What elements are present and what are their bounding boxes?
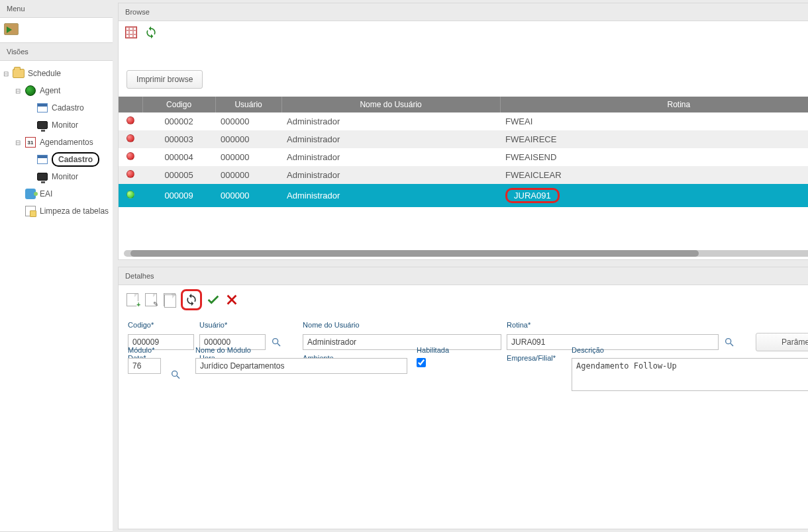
tree-item-label: Cadastro — [52, 103, 84, 112]
svg-point-0 — [273, 339, 278, 344]
grid-row[interactable]: 000003000000AdministradorFWEAIRECE — [119, 130, 808, 148]
details-title: Detalhes — [119, 267, 808, 285]
habilitada-checkbox[interactable] — [417, 358, 426, 367]
tree-item-agent-monitor[interactable]: Monitor — [0, 116, 113, 134]
grid-icon — [36, 153, 49, 166]
tree-item-limpeza[interactable]: Limpeza de tabelas — [0, 202, 113, 220]
grid-row[interactable]: 000004000000AdministradorFWEAISEND — [119, 148, 808, 166]
status-dot-icon — [126, 170, 134, 178]
grid-icon — [36, 101, 49, 114]
grid-col-1[interactable]: Codigo — [142, 97, 215, 112]
tree-item-label: Schedule — [28, 69, 61, 78]
refresh-icon[interactable] — [144, 25, 158, 40]
status-dot-icon — [126, 152, 134, 160]
tree-item-label: Cadastro — [52, 152, 99, 167]
tree-item-label: Monitor — [52, 172, 78, 181]
rotina-callout: JURA091 — [505, 188, 560, 203]
svg-point-4 — [172, 371, 177, 377]
tree-item-agendamentos[interactable]: ⊟Agendamentos — [0, 134, 113, 151]
copy-record-icon[interactable] — [162, 292, 177, 307]
tree-item-agent[interactable]: ⊟Agent — [0, 82, 113, 99]
grid-row[interactable]: 000009000000AdministradorJURA091 — [119, 184, 808, 207]
refresh-record-highlight — [181, 289, 202, 310]
tree-item-schedule[interactable]: ⊟Schedule — [0, 65, 113, 82]
modulo-field[interactable] — [128, 358, 161, 374]
tree-item-eai[interactable]: EAI — [0, 185, 113, 202]
new-record-icon[interactable] — [125, 292, 140, 307]
label-rotina: Rotina* — [507, 321, 750, 330]
tree-item-label: Agent — [40, 86, 60, 95]
visoes-panel-title: Visões — [0, 43, 113, 61]
edit-record-icon[interactable] — [144, 292, 158, 307]
calendar-icon — [24, 136, 37, 149]
grid-col-2[interactable]: Usuário — [215, 97, 281, 112]
grid-row[interactable]: 000002000000AdministradorFWEAI — [119, 112, 808, 130]
folder-icon — [12, 67, 25, 80]
status-dot-icon — [126, 191, 134, 199]
horizontal-scrollbar[interactable] — [119, 249, 808, 259]
tree-item-label: Limpeza de tabelas — [40, 206, 109, 216]
nome-modulo-field[interactable] — [195, 358, 407, 374]
nav-tree: ⊟Schedule⊟AgentCadastroMonitor⊟Agendamen… — [0, 61, 113, 532]
svg-line-5 — [177, 376, 179, 378]
agent-icon — [24, 84, 37, 97]
grid-row[interactable]: 000005000000AdministradorFWEAICLEAR — [119, 166, 808, 184]
cancel-icon[interactable] — [225, 292, 239, 307]
puzzle-icon — [24, 187, 37, 200]
browse-panel: Browse Imprimir browse CodigoUsuárioNome… — [118, 3, 808, 260]
grid-col-4[interactable]: Rotina — [500, 97, 808, 112]
label-descricao: Descrição — [572, 346, 808, 355]
grid-settings-icon[interactable] — [124, 25, 138, 40]
monitor-icon — [36, 170, 49, 183]
details-panel: Detalhes Codigo* — [118, 267, 808, 529]
label-modulo-real: Módulo* — [128, 346, 186, 355]
browse-title: Browse — [119, 3, 808, 21]
print-browse-button[interactable]: Imprimir browse — [126, 70, 203, 89]
clean-icon — [24, 204, 37, 218]
refresh-record-icon[interactable] — [184, 292, 199, 307]
sidebar: Menu Visões ⊟Schedule⊟AgentCadastroMonit… — [0, 0, 113, 532]
exit-icon[interactable] — [4, 23, 19, 35]
confirm-icon[interactable] — [206, 292, 221, 307]
label-usuario: Usuário* — [199, 321, 297, 330]
label-nome-modulo-real: Nome do Módulo — [195, 346, 407, 355]
grid-col-3[interactable]: Nome do Usuário — [281, 97, 500, 112]
modulo-search-icon[interactable] — [170, 369, 181, 380]
tree-item-label: EAI — [40, 189, 52, 199]
tree-item-label: Agendamentos — [40, 138, 93, 147]
tree-item-agendamentos-cadastro[interactable]: Cadastro — [0, 151, 113, 168]
label-codigo: Codigo* — [128, 321, 194, 330]
label-habilitada: Habilitada — [417, 346, 562, 355]
tree-item-agent-cadastro[interactable]: Cadastro — [0, 99, 113, 116]
label-nome-usuario: Nome do Usuário — [303, 321, 501, 330]
menu-panel-title: Menu — [0, 0, 113, 18]
status-dot-icon — [126, 134, 134, 142]
status-dot-icon — [126, 116, 134, 124]
browse-grid: CodigoUsuárioNome do UsuárioRotina 00000… — [119, 97, 808, 207]
monitor-icon — [36, 118, 49, 132]
tree-item-agendamentos-monitor[interactable]: Monitor — [0, 168, 113, 185]
grid-col-0[interactable] — [119, 97, 142, 112]
svg-point-2 — [726, 339, 731, 344]
descricao-field[interactable] — [572, 358, 808, 391]
tree-item-label: Monitor — [52, 120, 78, 130]
